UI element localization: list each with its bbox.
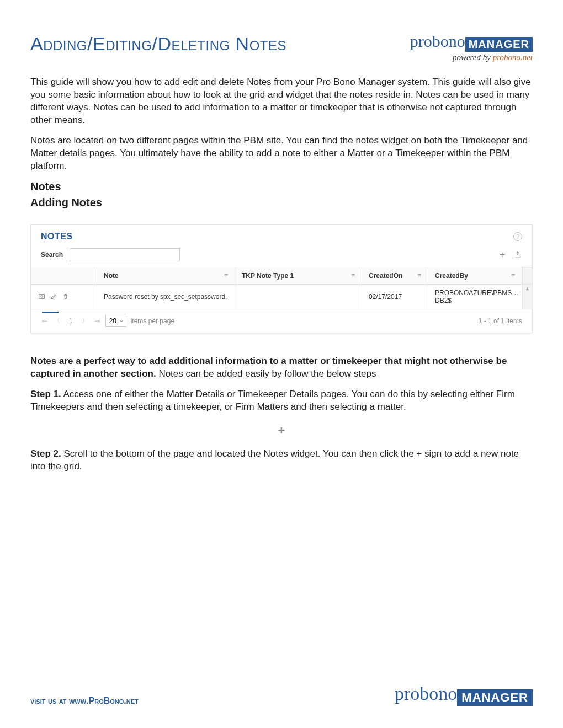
pager-items-label: items per page — [131, 317, 174, 325]
cell-createdby: PROBONOAZURE\PBMS…DB2$ — [428, 285, 522, 309]
step-1-label: Step 1. — [30, 389, 61, 399]
view-icon[interactable] — [38, 293, 45, 301]
column-note-label: Note — [104, 272, 119, 280]
plus-figure: + — [30, 424, 533, 438]
logo-sub-link: probono.net — [493, 53, 533, 62]
column-createdon-header[interactable]: CreatedOn ≡ — [362, 267, 428, 284]
heading-adding-notes: Adding Notes — [30, 196, 533, 209]
pager-next-icon[interactable]: 〉 — [81, 316, 89, 325]
pager-prev-icon[interactable]: 〈 — [53, 316, 61, 325]
column-actions-header — [31, 267, 97, 284]
scrollbar[interactable] — [522, 267, 532, 284]
step-2-label: Step 2. — [30, 448, 61, 459]
cell-createdon: 02/17/2017 — [362, 285, 428, 309]
help-icon[interactable]: ? — [513, 232, 522, 241]
pager-current-page: 1 — [65, 317, 77, 325]
logo-wordmark: probono — [395, 683, 457, 704]
export-icon[interactable] — [513, 250, 522, 259]
pager-first-icon[interactable]: ⇤ — [41, 317, 49, 325]
step-1-text: Access one of either the Matter Details … — [30, 389, 515, 412]
logo-sub-prefix: powered by — [453, 53, 493, 62]
logo-badge: MANAGER — [465, 37, 533, 52]
notes-description-tail: Notes can be added easily by follow the … — [156, 368, 376, 379]
add-icon[interactable]: + — [498, 250, 507, 259]
edit-icon[interactable] — [50, 293, 57, 301]
intro-paragraph-2: Notes are located on two different pages… — [30, 135, 533, 173]
brand-logo: probonoMANAGER powered by probono.net — [410, 33, 533, 62]
step-2: Step 2. Scroll to the bottom of the page… — [30, 448, 533, 473]
footer-visit: visit us at www.ProBono.net — [30, 696, 139, 706]
search-label: Search — [41, 251, 63, 259]
page-size-select[interactable]: 20 — [105, 315, 126, 327]
footer-visit-link: www.ProBono.net — [69, 696, 139, 705]
scrollbar[interactable]: ▲ — [522, 285, 532, 309]
step-2-text: Scroll to the bottom of the page and loc… — [30, 448, 519, 472]
widget-title: NOTES — [41, 232, 73, 242]
filter-icon[interactable]: ≡ — [224, 272, 228, 280]
cell-type — [235, 285, 362, 309]
column-createdon-label: CreatedOn — [369, 272, 402, 280]
notes-grid: Note ≡ TKP Note Type 1 ≡ CreatedOn ≡ Cre… — [31, 267, 532, 309]
plus-icon: + — [278, 424, 285, 437]
filter-icon[interactable]: ≡ — [351, 272, 355, 280]
pager-last-icon[interactable]: ⇥ — [93, 317, 101, 325]
heading-notes: Notes — [30, 180, 533, 193]
page-title: Adding/Editing/Deleting Notes — [30, 33, 286, 55]
table-row[interactable]: Password reset by spx_sec_setpassword. 0… — [31, 284, 532, 309]
notes-description: Notes are a perfect way to add additiona… — [30, 355, 533, 381]
column-type-label: TKP Note Type 1 — [242, 272, 294, 280]
step-1: Step 1. Access one of either the Matter … — [30, 388, 533, 414]
column-note-header[interactable]: Note ≡ — [97, 267, 235, 284]
column-createdby-header[interactable]: CreatedBy ≡ — [428, 267, 522, 284]
pager: ⇤ 〈 1 〉 ⇥ 20 items per page 1 - 1 of 1 i… — [31, 309, 532, 333]
svg-rect-0 — [39, 295, 44, 299]
filter-icon[interactable]: ≡ — [511, 272, 515, 280]
cell-note: Password reset by spx_sec_setpassword. — [97, 285, 235, 309]
logo-badge: MANAGER — [457, 689, 533, 706]
search-input[interactable] — [70, 248, 180, 261]
footer-logo: probonoMANAGER — [395, 684, 533, 706]
filter-icon[interactable]: ≡ — [417, 272, 421, 280]
intro-paragraph-1: This guide will show you how to add edit… — [30, 76, 533, 127]
delete-icon[interactable] — [62, 293, 70, 301]
logo-wordmark: probono — [410, 32, 465, 50]
column-type-header[interactable]: TKP Note Type 1 ≡ — [235, 267, 362, 284]
logo-subtitle: powered by probono.net — [410, 53, 533, 62]
column-createdby-label: CreatedBy — [435, 272, 468, 280]
notes-widget: NOTES ? Search + Note ≡ TKP Note Type 1 … — [30, 224, 533, 333]
svg-point-1 — [40, 296, 42, 297]
footer-visit-prefix: visit us at — [30, 696, 69, 705]
pager-summary: 1 - 1 of 1 items — [479, 317, 522, 325]
